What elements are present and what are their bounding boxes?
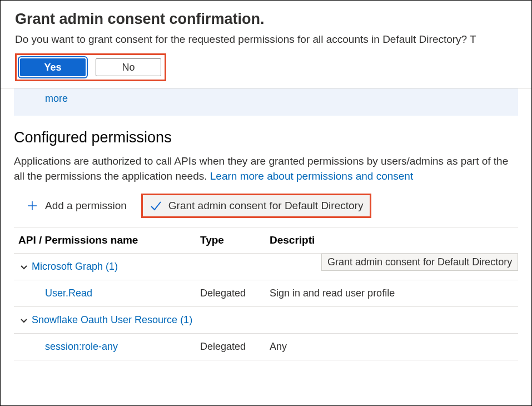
action-row: Add a permission Grant admin consent for… bbox=[19, 194, 518, 218]
info-banner: more bbox=[14, 88, 518, 116]
yes-button[interactable]: Yes bbox=[20, 58, 86, 76]
grant-admin-consent-button[interactable]: Grant admin consent for Default Director… bbox=[141, 194, 372, 218]
plus-icon bbox=[26, 200, 38, 212]
col-header-api: API / Permissions name bbox=[14, 234, 200, 246]
consent-question: Do you want to grant consent for the req… bbox=[15, 33, 517, 46]
table-row: session:role-any Delegated Any bbox=[14, 334, 518, 360]
table-group-row: Snowflake Oauth User Resource (1) bbox=[14, 307, 518, 334]
group-name: Microsoft Graph (1) bbox=[32, 261, 118, 273]
permission-type: Delegated bbox=[200, 288, 270, 299]
consent-confirmation-panel: Grant admin consent confirmation. Do you… bbox=[1, 1, 531, 88]
table-row: User.Read Delegated Sign in and read use… bbox=[14, 280, 518, 307]
check-icon bbox=[150, 200, 162, 212]
add-permission-label: Add a permission bbox=[45, 200, 127, 212]
section-title: Configured permissions bbox=[14, 129, 518, 146]
no-button[interactable]: No bbox=[96, 58, 161, 76]
consent-button-group: Yes No bbox=[15, 53, 166, 81]
group-toggle-snowflake[interactable]: Snowflake Oauth User Resource (1) bbox=[14, 314, 518, 326]
chevron-down-icon bbox=[19, 316, 28, 325]
add-permission-button[interactable]: Add a permission bbox=[19, 194, 133, 218]
configured-permissions-section: Configured permissions Applications are … bbox=[1, 116, 531, 360]
table-header: API / Permissions name Type Descripti bbox=[14, 227, 518, 254]
learn-more-link[interactable]: Learn more about permissions and consent bbox=[210, 170, 413, 182]
chevron-down-icon bbox=[19, 263, 28, 271]
section-description: Applications are authorized to call APIs… bbox=[14, 154, 518, 184]
hover-tooltip: Grant admin consent for Default Director… bbox=[321, 254, 518, 271]
consent-title: Grant admin consent confirmation. bbox=[15, 11, 517, 28]
grant-admin-consent-label: Grant admin consent for Default Director… bbox=[168, 200, 364, 212]
permission-desc: Sign in and read user profile bbox=[270, 288, 518, 299]
info-more-link[interactable]: more bbox=[45, 93, 68, 104]
permission-desc: Any bbox=[270, 341, 518, 353]
group-name: Snowflake Oauth User Resource (1) bbox=[32, 314, 192, 326]
permission-type: Delegated bbox=[200, 341, 270, 353]
permission-name[interactable]: session:role-any bbox=[14, 341, 200, 353]
col-header-type: Type bbox=[200, 234, 270, 246]
col-header-desc: Descripti bbox=[270, 234, 518, 246]
permission-name[interactable]: User.Read bbox=[14, 288, 200, 299]
permissions-table: API / Permissions name Type Descripti Mi… bbox=[14, 227, 518, 360]
